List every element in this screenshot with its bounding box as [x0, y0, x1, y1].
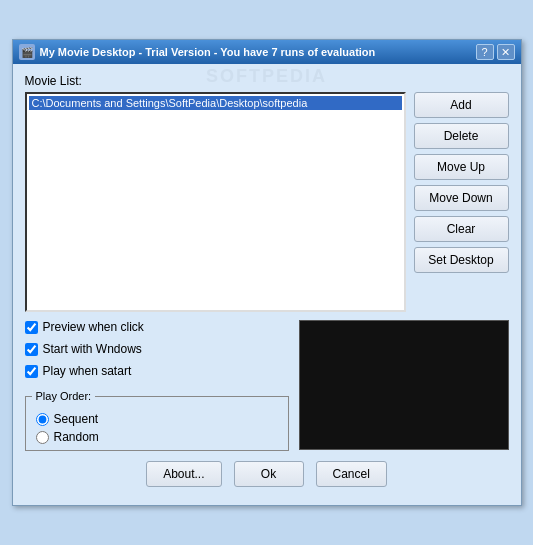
play-start-label: Play when satart: [43, 364, 132, 378]
random-label: Random: [54, 430, 99, 444]
clear-button[interactable]: Clear: [414, 216, 509, 242]
movie-list-label: Movie List:: [25, 74, 509, 88]
window-title: My Movie Desktop - Trial Version - You h…: [40, 46, 376, 58]
list-item[interactable]: C:\Documents and Settings\SoftPedia\Desk…: [29, 96, 402, 110]
play-start-checkbox-row[interactable]: Play when satart: [25, 364, 289, 378]
action-buttons: Add Delete Move Up Move Down Clear Set D…: [414, 92, 509, 312]
title-buttons: ? ✕: [476, 44, 515, 60]
title-bar-left: 🎬 My Movie Desktop - Trial Version - You…: [19, 44, 376, 60]
footer-row: About... Ok Cancel: [25, 461, 509, 495]
help-button[interactable]: ?: [476, 44, 494, 60]
start-windows-checkbox[interactable]: [25, 343, 38, 356]
ok-button[interactable]: Ok: [234, 461, 304, 487]
sequent-radio[interactable]: [36, 413, 49, 426]
sequent-label: Sequent: [54, 412, 99, 426]
set-desktop-button[interactable]: Set Desktop: [414, 247, 509, 273]
cancel-button[interactable]: Cancel: [316, 461, 387, 487]
random-radio[interactable]: [36, 431, 49, 444]
movie-list-box[interactable]: C:\Documents and Settings\SoftPedia\Desk…: [25, 92, 406, 312]
move-down-button[interactable]: Move Down: [414, 185, 509, 211]
play-order-group: Play Order: Sequent Random: [25, 390, 289, 451]
preview-checkbox[interactable]: [25, 321, 38, 334]
delete-button[interactable]: Delete: [414, 123, 509, 149]
bottom-section: Preview when click Start with Wndows Pla…: [25, 320, 509, 451]
app-icon: 🎬: [19, 44, 35, 60]
play-start-checkbox[interactable]: [25, 365, 38, 378]
title-bar: 🎬 My Movie Desktop - Trial Version - You…: [13, 40, 521, 64]
preview-checkbox-row[interactable]: Preview when click: [25, 320, 289, 334]
main-window: 🎬 My Movie Desktop - Trial Version - You…: [12, 39, 522, 506]
close-button[interactable]: ✕: [497, 44, 515, 60]
sequent-radio-row[interactable]: Sequent: [36, 412, 278, 426]
content-area: SOFTPEDIA Movie List: C:\Documents and S…: [13, 64, 521, 505]
left-controls: Preview when click Start with Wndows Pla…: [25, 320, 289, 451]
preview-box: [299, 320, 509, 450]
start-windows-label: Start with Wndows: [43, 342, 142, 356]
preview-label: Preview when click: [43, 320, 144, 334]
start-windows-checkbox-row[interactable]: Start with Wndows: [25, 342, 289, 356]
about-button[interactable]: About...: [146, 461, 221, 487]
play-order-legend: Play Order:: [32, 390, 96, 402]
move-up-button[interactable]: Move Up: [414, 154, 509, 180]
main-row: C:\Documents and Settings\SoftPedia\Desk…: [25, 92, 509, 312]
add-button[interactable]: Add: [414, 92, 509, 118]
random-radio-row[interactable]: Random: [36, 430, 278, 444]
